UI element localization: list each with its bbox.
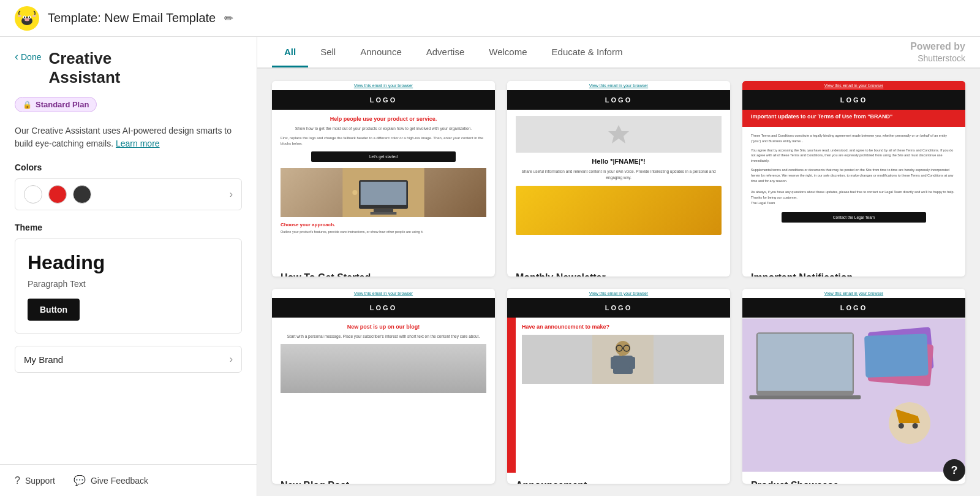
content-area: All Sell Announce Advertise Welcome Educ… (257, 37, 980, 496)
chevron-right-icon: › (230, 189, 233, 200)
svg-rect-20 (629, 357, 635, 369)
svg-rect-13 (371, 212, 397, 215)
svg-point-5 (29, 16, 30, 17)
colors-label: Colors (15, 162, 242, 172)
tab-welcome[interactable]: Welcome (477, 38, 539, 67)
main-layout: Done CreativeAssistant 🔒 Standard Plan O… (0, 37, 980, 496)
svg-rect-27 (758, 334, 853, 391)
colors-row[interactable]: › (15, 178, 242, 210)
tab-announce[interactable]: Announce (348, 38, 414, 67)
template-preview-notification: View this email in your browser LOGO Imp… (742, 81, 965, 265)
color-swatch-red (48, 185, 67, 204)
templates-grid: View this email in your browser LOGO Hel… (257, 69, 980, 496)
support-label: Support (25, 476, 55, 486)
template-card[interactable]: View this email in your browser LOGO Hel… (507, 81, 730, 277)
mailchimp-logo (15, 6, 39, 31)
tab-advertise[interactable]: Advertise (414, 38, 477, 67)
svg-point-4 (24, 16, 25, 17)
brand-row[interactable]: My Brand › (15, 346, 242, 373)
lock-icon: 🔒 (23, 101, 32, 109)
color-swatch-white (24, 185, 42, 204)
tabs-bar: All Sell Announce Advertise Welcome Educ… (257, 37, 980, 69)
support-link[interactable]: ? Support (15, 475, 55, 486)
template-info: How To Get Started Explain how people ca… (272, 265, 495, 277)
template-name: Monthly Newsletter (516, 272, 722, 277)
sidebar-footer: ? Support 💬 Give Feedback (0, 464, 257, 496)
template-name: Announcement (516, 480, 722, 484)
theme-section: Theme Heading Paragraph Text Button (15, 223, 242, 334)
template-preview-blog: View this email in your browser LOGO New… (272, 289, 495, 473)
svg-point-34 (913, 423, 918, 429)
tab-sell[interactable]: Sell (308, 38, 348, 67)
template-info: Announcement Have an announcement to mak… (507, 473, 730, 484)
tab-educate[interactable]: Educate & Inform (540, 38, 635, 67)
template-preview-announcement: View this email in your browser LOGO Hav… (507, 289, 730, 473)
svg-point-33 (899, 423, 904, 429)
template-info: Product Showcase Show off your latest pr… (742, 473, 965, 484)
svg-rect-28 (749, 395, 861, 399)
chevron-right-icon: › (230, 354, 233, 365)
svg-point-14 (352, 190, 357, 195)
theme-button-preview[interactable]: Button (28, 299, 80, 321)
template-info: Important Notification Keep the message … (742, 265, 965, 277)
plan-badge-label: Standard Plan (36, 100, 89, 109)
template-card[interactable]: View this email in your browser LOGO New… (272, 289, 495, 484)
svg-marker-15 (608, 125, 629, 143)
template-card[interactable]: View this email in your browser LOGO Hel… (272, 81, 495, 277)
svg-rect-12 (374, 208, 393, 212)
template-name: How To Get Started (281, 272, 486, 277)
learn-more-link[interactable]: Learn more (116, 139, 160, 148)
edit-icon[interactable]: ✏ (224, 12, 233, 25)
colors-section: Colors › (15, 162, 242, 210)
template-name: New Blog Post (281, 480, 486, 484)
svg-point-24 (619, 353, 623, 356)
template-name: Important Notification (751, 272, 957, 277)
theme-heading-preview: Heading (28, 251, 229, 274)
svg-rect-11 (361, 181, 407, 204)
theme-label: Theme (15, 223, 242, 232)
svg-point-7 (18, 15, 21, 17)
template-name: Product Showcase (751, 480, 957, 484)
feedback-link[interactable]: 💬 Give Feedback (74, 475, 148, 486)
color-swatch-dark (73, 185, 91, 204)
sidebar-content: 🔒 Standard Plan Our Creative Assistant u… (0, 97, 257, 464)
template-preview-how-to: View this email in your browser LOGO Hel… (272, 81, 495, 265)
sidebar: Done CreativeAssistant 🔒 Standard Plan O… (0, 37, 257, 496)
topbar: Template: New Email Template ✏ (0, 0, 980, 37)
page-title: Template: New Email Template (48, 11, 216, 25)
svg-rect-19 (611, 357, 617, 369)
feedback-label: Give Feedback (91, 476, 148, 486)
sidebar-header: Done CreativeAssistant (0, 37, 257, 97)
svg-point-8 (32, 15, 36, 17)
svg-rect-31 (864, 334, 929, 378)
template-info: New Blog Post Announce your latest blog … (272, 473, 495, 484)
brand-label: My Brand (24, 354, 63, 365)
theme-box: Heading Paragraph Text Button (15, 238, 242, 334)
theme-paragraph-preview: Paragraph Text (28, 279, 229, 289)
help-button[interactable]: ? (943, 459, 965, 481)
template-preview-newsletter: View this email in your browser LOGO Hel… (507, 81, 730, 265)
assistant-title: CreativeAssistant (48, 49, 120, 87)
template-card[interactable]: View this email in your browser LOGO Imp… (742, 81, 965, 277)
template-preview-product: View this email in your browser LOGO (742, 289, 965, 473)
svg-point-6 (24, 18, 29, 21)
question-icon: ? (15, 475, 20, 486)
plan-badge: 🔒 Standard Plan (15, 97, 242, 112)
shutterstock-label: Powered byShutterstock (910, 40, 965, 64)
description: Our Creative Assistant uses AI-powered d… (15, 124, 242, 150)
template-card[interactable]: View this email in your browser LOGO (742, 289, 965, 484)
template-info: Monthly Newsletter Share updates about y… (507, 265, 730, 277)
done-link[interactable]: Done (15, 49, 41, 63)
chat-icon: 💬 (74, 475, 86, 486)
template-card[interactable]: View this email in your browser LOGO Hav… (507, 289, 730, 484)
tab-all[interactable]: All (272, 38, 308, 67)
